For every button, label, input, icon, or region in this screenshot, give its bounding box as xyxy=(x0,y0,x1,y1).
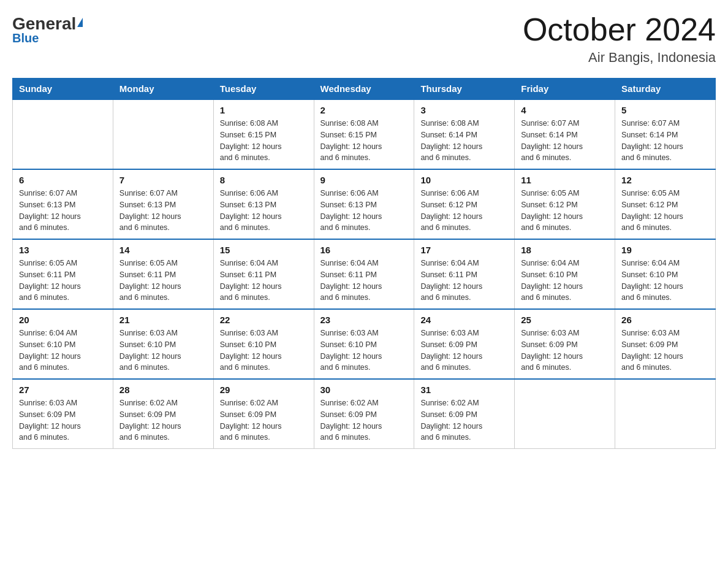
calendar-cell: 28Sunrise: 6:02 AM Sunset: 6:09 PM Dayli… xyxy=(113,379,213,449)
day-number: 19 xyxy=(621,245,709,255)
day-number: 15 xyxy=(220,245,308,255)
calendar-cell: 7Sunrise: 6:07 AM Sunset: 6:13 PM Daylig… xyxy=(113,169,213,239)
weekday-header-saturday: Saturday xyxy=(615,79,716,100)
day-number: 2 xyxy=(320,105,408,115)
calendar-cell: 12Sunrise: 6:05 AM Sunset: 6:12 PM Dayli… xyxy=(615,169,716,239)
weekday-header-friday: Friday xyxy=(515,79,615,100)
day-info: Sunrise: 6:08 AM Sunset: 6:14 PM Dayligh… xyxy=(420,118,508,164)
day-info: Sunrise: 6:02 AM Sunset: 6:09 PM Dayligh… xyxy=(420,397,508,443)
day-number: 27 xyxy=(19,385,107,395)
calendar-cell: 10Sunrise: 6:06 AM Sunset: 6:12 PM Dayli… xyxy=(414,169,515,239)
day-info: Sunrise: 6:06 AM Sunset: 6:12 PM Dayligh… xyxy=(420,188,508,234)
calendar-week-row: 20Sunrise: 6:04 AM Sunset: 6:10 PM Dayli… xyxy=(13,309,716,379)
day-info: Sunrise: 6:03 AM Sunset: 6:09 PM Dayligh… xyxy=(521,327,609,373)
calendar-cell: 22Sunrise: 6:03 AM Sunset: 6:10 PM Dayli… xyxy=(213,309,314,379)
logo: General Blue xyxy=(12,12,83,45)
calendar-cell: 24Sunrise: 6:03 AM Sunset: 6:09 PM Dayli… xyxy=(414,309,515,379)
day-number: 17 xyxy=(420,245,508,255)
day-number: 24 xyxy=(420,315,508,325)
day-info: Sunrise: 6:05 AM Sunset: 6:11 PM Dayligh… xyxy=(19,258,107,304)
day-info: Sunrise: 6:03 AM Sunset: 6:09 PM Dayligh… xyxy=(19,397,107,443)
calendar-cell xyxy=(615,379,716,449)
day-info: Sunrise: 6:06 AM Sunset: 6:13 PM Dayligh… xyxy=(320,188,408,234)
day-info: Sunrise: 6:05 AM Sunset: 6:11 PM Dayligh… xyxy=(119,258,207,304)
day-number: 16 xyxy=(320,245,408,255)
day-info: Sunrise: 6:05 AM Sunset: 6:12 PM Dayligh… xyxy=(621,188,709,234)
day-number: 31 xyxy=(420,385,508,395)
day-number: 7 xyxy=(119,175,207,185)
calendar-cell: 5Sunrise: 6:07 AM Sunset: 6:14 PM Daylig… xyxy=(615,99,716,169)
location-title: Air Bangis, Indonesia xyxy=(523,50,716,66)
day-info: Sunrise: 6:02 AM Sunset: 6:09 PM Dayligh… xyxy=(119,397,207,443)
day-info: Sunrise: 6:03 AM Sunset: 6:09 PM Dayligh… xyxy=(621,327,709,373)
calendar-cell: 30Sunrise: 6:02 AM Sunset: 6:09 PM Dayli… xyxy=(314,379,414,449)
day-info: Sunrise: 6:04 AM Sunset: 6:11 PM Dayligh… xyxy=(220,258,308,304)
weekday-header-row: SundayMondayTuesdayWednesdayThursdayFrid… xyxy=(13,79,716,100)
day-number: 10 xyxy=(420,175,508,185)
calendar-cell: 21Sunrise: 6:03 AM Sunset: 6:10 PM Dayli… xyxy=(113,309,213,379)
day-number: 29 xyxy=(220,385,308,395)
calendar-cell: 11Sunrise: 6:05 AM Sunset: 6:12 PM Dayli… xyxy=(515,169,615,239)
day-info: Sunrise: 6:04 AM Sunset: 6:11 PM Dayligh… xyxy=(420,258,508,304)
weekday-header-wednesday: Wednesday xyxy=(314,79,414,100)
month-year-title: October 2024 xyxy=(523,12,716,47)
calendar-cell xyxy=(13,99,113,169)
day-info: Sunrise: 6:07 AM Sunset: 6:14 PM Dayligh… xyxy=(621,118,709,164)
weekday-header-sunday: Sunday xyxy=(13,79,113,100)
day-info: Sunrise: 6:08 AM Sunset: 6:15 PM Dayligh… xyxy=(220,118,308,164)
calendar-cell: 1Sunrise: 6:08 AM Sunset: 6:15 PM Daylig… xyxy=(213,99,314,169)
day-number: 25 xyxy=(521,315,609,325)
day-number: 5 xyxy=(621,105,709,115)
calendar-cell: 4Sunrise: 6:07 AM Sunset: 6:14 PM Daylig… xyxy=(515,99,615,169)
day-info: Sunrise: 6:06 AM Sunset: 6:13 PM Dayligh… xyxy=(220,188,308,234)
calendar-cell: 6Sunrise: 6:07 AM Sunset: 6:13 PM Daylig… xyxy=(13,169,113,239)
weekday-header-thursday: Thursday xyxy=(414,79,515,100)
day-number: 21 xyxy=(119,315,207,325)
day-number: 30 xyxy=(320,385,408,395)
calendar-cell: 9Sunrise: 6:06 AM Sunset: 6:13 PM Daylig… xyxy=(314,169,414,239)
calendar-cell: 25Sunrise: 6:03 AM Sunset: 6:09 PM Dayli… xyxy=(515,309,615,379)
calendar-cell xyxy=(515,379,615,449)
calendar-cell: 26Sunrise: 6:03 AM Sunset: 6:09 PM Dayli… xyxy=(615,309,716,379)
calendar-week-row: 6Sunrise: 6:07 AM Sunset: 6:13 PM Daylig… xyxy=(13,169,716,239)
day-info: Sunrise: 6:08 AM Sunset: 6:15 PM Dayligh… xyxy=(320,118,408,164)
logo-triangle-icon xyxy=(77,18,83,27)
weekday-header-tuesday: Tuesday xyxy=(213,79,314,100)
day-number: 28 xyxy=(119,385,207,395)
calendar-cell: 2Sunrise: 6:08 AM Sunset: 6:15 PM Daylig… xyxy=(314,99,414,169)
calendar-cell: 23Sunrise: 6:03 AM Sunset: 6:10 PM Dayli… xyxy=(314,309,414,379)
day-info: Sunrise: 6:03 AM Sunset: 6:09 PM Dayligh… xyxy=(420,327,508,373)
day-number: 11 xyxy=(521,175,609,185)
day-info: Sunrise: 6:04 AM Sunset: 6:10 PM Dayligh… xyxy=(19,327,107,373)
calendar-cell: 31Sunrise: 6:02 AM Sunset: 6:09 PM Dayli… xyxy=(414,379,515,449)
calendar-cell: 15Sunrise: 6:04 AM Sunset: 6:11 PM Dayli… xyxy=(213,239,314,309)
day-number: 4 xyxy=(521,105,609,115)
calendar-week-row: 27Sunrise: 6:03 AM Sunset: 6:09 PM Dayli… xyxy=(13,379,716,449)
day-info: Sunrise: 6:03 AM Sunset: 6:10 PM Dayligh… xyxy=(220,327,308,373)
calendar-cell: 13Sunrise: 6:05 AM Sunset: 6:11 PM Dayli… xyxy=(13,239,113,309)
day-info: Sunrise: 6:03 AM Sunset: 6:10 PM Dayligh… xyxy=(320,327,408,373)
logo-general: General xyxy=(12,14,76,33)
day-number: 14 xyxy=(119,245,207,255)
calendar-week-row: 13Sunrise: 6:05 AM Sunset: 6:11 PM Dayli… xyxy=(13,239,716,309)
day-number: 9 xyxy=(320,175,408,185)
day-number: 8 xyxy=(220,175,308,185)
day-info: Sunrise: 6:04 AM Sunset: 6:10 PM Dayligh… xyxy=(621,258,709,304)
day-info: Sunrise: 6:04 AM Sunset: 6:11 PM Dayligh… xyxy=(320,258,408,304)
day-number: 3 xyxy=(420,105,508,115)
day-number: 26 xyxy=(621,315,709,325)
day-number: 6 xyxy=(19,175,107,185)
title-area: October 2024 Air Bangis, Indonesia xyxy=(523,12,716,66)
day-info: Sunrise: 6:07 AM Sunset: 6:13 PM Dayligh… xyxy=(119,188,207,234)
day-number: 12 xyxy=(621,175,709,185)
day-info: Sunrise: 6:07 AM Sunset: 6:13 PM Dayligh… xyxy=(19,188,107,234)
calendar-cell: 16Sunrise: 6:04 AM Sunset: 6:11 PM Dayli… xyxy=(314,239,414,309)
calendar-cell: 3Sunrise: 6:08 AM Sunset: 6:14 PM Daylig… xyxy=(414,99,515,169)
logo-blue-text: Blue xyxy=(12,31,83,45)
day-info: Sunrise: 6:04 AM Sunset: 6:10 PM Dayligh… xyxy=(521,258,609,304)
day-number: 23 xyxy=(320,315,408,325)
day-info: Sunrise: 6:07 AM Sunset: 6:14 PM Dayligh… xyxy=(521,118,609,164)
logo-text: General xyxy=(12,15,83,33)
calendar-cell: 17Sunrise: 6:04 AM Sunset: 6:11 PM Dayli… xyxy=(414,239,515,309)
day-info: Sunrise: 6:03 AM Sunset: 6:10 PM Dayligh… xyxy=(119,327,207,373)
